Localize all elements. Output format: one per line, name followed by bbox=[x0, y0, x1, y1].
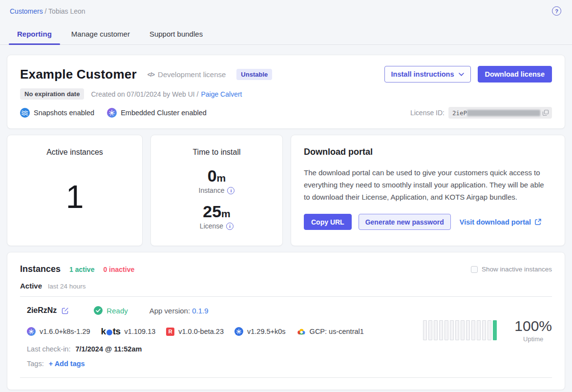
active-section-label: Active bbox=[20, 282, 42, 290]
section-divider bbox=[20, 296, 552, 297]
copy-url-button[interactable]: Copy URL bbox=[304, 214, 352, 230]
last-checkin-label: Last check-in: bbox=[27, 345, 70, 353]
instance-install-label: Instance bbox=[199, 186, 225, 194]
code-icon: </> bbox=[148, 71, 154, 78]
gcp-icon bbox=[297, 328, 306, 335]
uptime-percentage: 100% bbox=[514, 318, 552, 334]
instance-install-time: 0m bbox=[161, 167, 273, 184]
uptime-bar bbox=[461, 320, 465, 340]
customer-name: Example Customer bbox=[20, 67, 137, 82]
download-portal-card: Download portal The download portal can … bbox=[291, 135, 565, 246]
license-id-row: License ID: 2ieP bbox=[410, 107, 552, 119]
embedded-cluster-icon bbox=[27, 327, 36, 336]
uptime-bar bbox=[487, 320, 491, 340]
uptime-bar bbox=[471, 320, 475, 340]
help-icon[interactable]: ? bbox=[552, 6, 561, 16]
instance-install-value: 0 bbox=[208, 166, 217, 185]
license-install-value: 25 bbox=[203, 202, 221, 221]
embedded-cluster-version: v1.6.0+k8s-1.29 bbox=[27, 327, 90, 336]
embedded-cluster-version-label: v1.6.0+k8s-1.29 bbox=[40, 328, 90, 335]
uptime-bar bbox=[423, 320, 427, 340]
tab-manage-customer[interactable]: Manage customer bbox=[63, 25, 138, 44]
tab-reporting[interactable]: Reporting bbox=[9, 25, 60, 44]
uptime-bar bbox=[439, 320, 443, 340]
instances-title: Instances bbox=[20, 264, 61, 274]
time-to-install-title: Time to install bbox=[161, 148, 273, 157]
uptime-widget: 100% Uptime bbox=[423, 318, 552, 343]
embedded-cluster-icon bbox=[107, 108, 117, 118]
kubernetes-icon bbox=[234, 327, 243, 336]
license-install-label: License bbox=[200, 222, 223, 230]
copy-icon[interactable] bbox=[542, 109, 549, 116]
instance-row: 2ieRzNz Ready App version: 0.1.9 bbox=[20, 306, 552, 368]
app-version-link[interactable]: 0.1.9 bbox=[192, 307, 208, 315]
tags-row: Tags: + Add tags bbox=[27, 360, 552, 368]
kots-version: kts v1.109.13 bbox=[101, 326, 156, 337]
uptime-bar bbox=[455, 320, 459, 340]
uptime-bar bbox=[428, 320, 432, 340]
replicated-version-label: v1.0.0-beta.23 bbox=[178, 328, 224, 335]
instance-status: Ready bbox=[94, 306, 127, 315]
generate-password-button[interactable]: Generate new password bbox=[359, 214, 451, 230]
visit-download-portal-label: Visit download portal bbox=[460, 218, 531, 226]
instance-id: 2ieRzNz bbox=[27, 306, 57, 315]
tab-support-bundles[interactable]: Support bundles bbox=[141, 25, 211, 44]
breadcrumb-customers-link[interactable]: Customers bbox=[10, 7, 43, 15]
customer-header-card: Example Customer </> Development license… bbox=[7, 55, 565, 129]
instances-card: Instances 1 active 0 inactive Show inact… bbox=[7, 252, 565, 390]
active-count: 1 active bbox=[69, 266, 94, 273]
external-link-icon bbox=[534, 218, 542, 226]
install-instructions-button[interactable]: Install instructions bbox=[384, 66, 471, 83]
info-icon[interactable]: i bbox=[227, 187, 234, 194]
show-inactive-checkbox[interactable] bbox=[471, 266, 478, 273]
kots-logo: kts bbox=[101, 326, 121, 337]
active-instances-title: Active instances bbox=[17, 148, 132, 157]
kubernetes-version: v1.29.5+k0s bbox=[234, 327, 286, 336]
expiration-badge: No expiration date bbox=[20, 88, 84, 100]
created-by-link[interactable]: Paige Calvert bbox=[201, 90, 242, 98]
kots-version-label: v1.109.13 bbox=[125, 328, 156, 335]
visit-download-portal-link[interactable]: Visit download portal bbox=[460, 218, 542, 226]
kots-logo-o bbox=[106, 330, 112, 335]
download-license-button[interactable]: Download license bbox=[478, 66, 552, 83]
active-section-range: last 24 hours bbox=[48, 283, 85, 290]
uptime-bar bbox=[477, 320, 481, 340]
bottom-divider bbox=[20, 377, 552, 378]
time-to-install-card: Time to install 0m Instance i 25m Licens… bbox=[150, 135, 283, 246]
license-id-redacted bbox=[467, 110, 540, 116]
uptime-bars bbox=[423, 320, 497, 340]
uptime-bar bbox=[450, 320, 454, 340]
inactive-count: 0 inactive bbox=[103, 266, 134, 273]
uptime-bar bbox=[466, 320, 470, 340]
instance-install-unit: m bbox=[217, 172, 226, 184]
info-icon[interactable]: i bbox=[226, 223, 233, 230]
active-instances-value: 1 bbox=[17, 178, 132, 215]
uptime-bar bbox=[482, 320, 486, 340]
check-circle-icon bbox=[94, 306, 103, 315]
channel-badge: Unstable bbox=[236, 69, 272, 80]
uptime-bar bbox=[493, 320, 497, 340]
uptime-bar bbox=[434, 320, 438, 340]
kubernetes-version-label: v1.29.5+k0s bbox=[247, 328, 286, 335]
instance-install-label-row: Instance i bbox=[161, 186, 273, 194]
add-tags-link[interactable]: + Add tags bbox=[49, 360, 85, 368]
cloud-provider: GCP: us-central1 bbox=[297, 328, 364, 335]
kots-logo-k: k bbox=[101, 326, 106, 337]
feature-snapshots: Snapshots enabled bbox=[20, 108, 94, 118]
feature-embedded-cluster-label: Embedded Cluster enabled bbox=[121, 109, 207, 117]
replicated-icon: R bbox=[166, 328, 174, 336]
show-inactive-toggle[interactable]: Show inactive instances bbox=[471, 266, 552, 273]
chevron-down-icon bbox=[459, 73, 464, 76]
kots-logo-ts: ts bbox=[113, 326, 121, 337]
uptime-label: Uptime bbox=[514, 335, 552, 343]
snapshots-icon bbox=[20, 108, 30, 118]
tab-bar: Reporting Manage customer Support bundle… bbox=[0, 25, 572, 45]
active-section-header: Active last 24 hours bbox=[20, 282, 552, 290]
active-instances-card: Active instances 1 bbox=[7, 135, 143, 246]
edit-instance-name-icon[interactable] bbox=[61, 307, 69, 315]
app-version: App version: 0.1.9 bbox=[149, 307, 209, 315]
feature-embedded-cluster: Embedded Cluster enabled bbox=[107, 108, 207, 118]
replicated-version: R v1.0.0-beta.23 bbox=[166, 328, 224, 336]
license-type: </> Development license bbox=[148, 70, 226, 79]
breadcrumb-separator: / bbox=[43, 7, 48, 15]
